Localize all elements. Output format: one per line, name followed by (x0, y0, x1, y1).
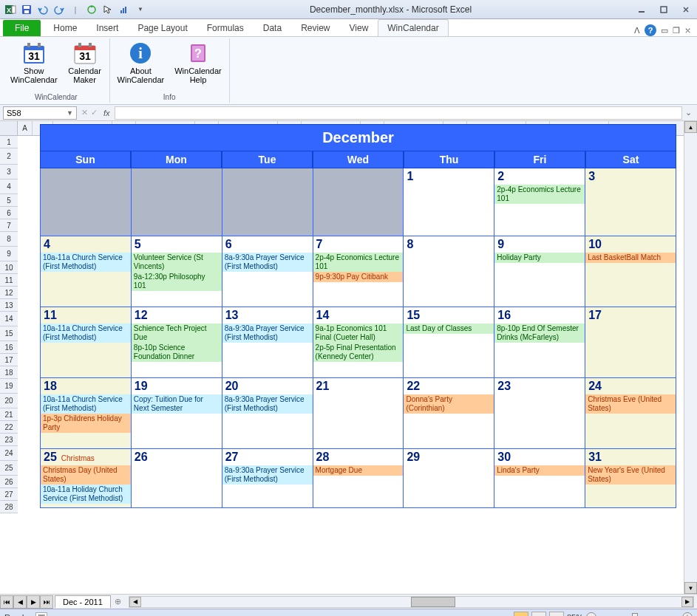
calendar-event[interactable]: Holiday Party (494, 253, 585, 263)
row-header-19[interactable]: 19 (0, 379, 18, 394)
row-header-16[interactable]: 16 (0, 341, 18, 354)
redo-icon[interactable] (52, 2, 67, 17)
col-header-A[interactable]: A (18, 121, 33, 135)
save-icon[interactable] (19, 2, 34, 17)
row-header-7[interactable]: 7 (0, 219, 18, 232)
calendar-event[interactable]: 8a-9:30a Prayer Service (First Methodist… (222, 253, 313, 272)
row-header-22[interactable]: 22 (0, 421, 18, 434)
refresh-icon[interactable] (84, 2, 99, 17)
calendar-day-13[interactable]: 138a-9:30a Prayer Service (First Methodi… (222, 307, 313, 378)
calendar-day-14[interactable]: 149a-1p Economics 101 Final (Cueter Hall… (313, 307, 404, 378)
tab-data[interactable]: Data (254, 19, 291, 36)
maximize-button[interactable] (656, 3, 672, 16)
calendar-event[interactable]: 8p-10p Science Foundation Dinner (132, 343, 222, 362)
calendar-day-30[interactable]: 30Linda's Party (494, 449, 585, 508)
calendar-day-23[interactable]: 23 (494, 378, 585, 449)
tab-wincalendar[interactable]: WinCalendar (378, 19, 448, 36)
row-header-14[interactable]: 14 (0, 312, 18, 326)
scroll-down-icon[interactable]: ▼ (684, 582, 697, 594)
calendar-day-26[interactable]: 26 (132, 449, 222, 508)
excel-icon[interactable]: X (3, 2, 18, 17)
chart-icon[interactable] (117, 2, 132, 17)
row-header-23[interactable]: 23 (0, 434, 18, 446)
calendar-day-4[interactable]: 410a-11a Church Service (First Methodist… (40, 236, 132, 307)
row-header-27[interactable]: 27 (0, 488, 18, 501)
cursor-icon[interactable] (101, 2, 115, 17)
zoom-out-button[interactable]: − (586, 612, 596, 617)
calendar-event[interactable]: 8a-9:30a Prayer Service (First Methodist… (222, 324, 313, 343)
calendar-event[interactable]: 8p-10p End Of Semester Drinks (McFarleys… (494, 324, 585, 343)
grid-main[interactable]: ABCDEFGHIJKLMNO December SunMonTueWedThu… (18, 121, 684, 594)
ribbon-button-calendar-maker[interactable]: 31CalendarMaker (65, 40, 105, 92)
hscroll-thumb[interactable] (411, 597, 455, 607)
zoom-in-button[interactable]: + (682, 612, 693, 617)
sheet-next-icon[interactable]: ▶ (27, 595, 40, 609)
calendar-event[interactable]: Last Day of Classes (404, 324, 494, 334)
row-header-26[interactable]: 26 (0, 476, 18, 488)
tab-formulas[interactable]: Formulas (197, 19, 254, 36)
vertical-scrollbar[interactable]: ▲ ▼ (684, 121, 697, 594)
row-header-2[interactable]: 2 (0, 148, 18, 165)
row-header-15[interactable]: 15 (0, 326, 18, 341)
row-header-17[interactable]: 17 (0, 354, 18, 366)
calendar-event[interactable]: Copy: Tuition Due for Next Semester (132, 394, 222, 414)
sheet-last-icon[interactable]: ⏭ (40, 595, 53, 609)
sheet-prev-icon[interactable]: ◀ (13, 595, 27, 609)
name-box-dropdown-icon[interactable]: ▼ (67, 109, 73, 117)
add-sheet-icon[interactable]: ⊕ (111, 597, 126, 606)
calendar-day-25[interactable]: 25ChristmasChristmas Day (United States)… (40, 449, 132, 508)
calendar-day-22[interactable]: 22Donna's Party (Corinthian) (404, 378, 494, 449)
calendar-day-8[interactable]: 8 (404, 236, 494, 307)
calendar-day-3[interactable]: 3 (585, 168, 676, 236)
accept-formula-icon[interactable]: ✓ (89, 108, 99, 117)
calendar-day-9[interactable]: 9Holiday Party (494, 236, 585, 307)
zoom-thumb[interactable] (632, 613, 638, 617)
calendar-event[interactable]: 10a-11a Church Service (First Methodist) (41, 253, 131, 272)
zoom-level[interactable]: 85% (567, 613, 583, 617)
calendar-event[interactable]: 10a-11a Holiday Church Service (First Me… (41, 485, 131, 504)
calendar-day-27[interactable]: 278a-9:30a Prayer Service (First Methodi… (222, 449, 313, 508)
calendar-event[interactable]: 2p-5p Final Presentation (Kennedy Center… (313, 343, 404, 362)
calendar-blank-cell[interactable] (132, 168, 222, 236)
calendar-event[interactable]: Linda's Party (494, 465, 585, 476)
ribbon-minimize-icon[interactable]: ᐱ (634, 26, 640, 35)
row-header-8[interactable]: 8 (0, 232, 18, 247)
tab-review[interactable]: Review (291, 19, 339, 36)
row-header-20[interactable]: 20 (0, 394, 18, 408)
calendar-event[interactable]: 2p-4p Economics Lecture 101 (313, 253, 404, 272)
cancel-formula-icon[interactable]: ✕ (80, 108, 89, 117)
name-box[interactable]: S58 ▼ (3, 106, 77, 120)
calendar-day-29[interactable]: 29 (404, 449, 494, 508)
sheet-tab[interactable]: Dec - 2011 (55, 595, 111, 608)
row-header-4[interactable]: 4 (0, 179, 18, 194)
scroll-right-icon[interactable]: ▶ (681, 597, 693, 607)
help-icon[interactable]: ? (645, 24, 656, 36)
doc-minimize-icon[interactable]: ▭ (661, 26, 668, 35)
row-header-21[interactable]: 21 (0, 408, 18, 421)
normal-view-button[interactable] (514, 612, 528, 617)
calendar-event[interactable]: Mortgage Due (313, 465, 404, 476)
qat-dropdown-icon[interactable]: ▼ (133, 2, 148, 17)
calendar-event[interactable]: Donna's Party (Corinthian) (404, 394, 494, 414)
calendar-day-24[interactable]: 24Christmas Eve (United States) (585, 378, 676, 449)
ribbon-button-about-wincalendar[interactable]: iAboutWinCalendar (115, 40, 168, 92)
calendar-blank-cell[interactable] (40, 168, 132, 236)
calendar-day-2[interactable]: 22p-4p Economics Lecture 101 (494, 168, 585, 236)
calendar-event[interactable]: Last BasketBall Match (585, 253, 676, 263)
calendar-event[interactable]: 8a-9:30a Prayer Service (First Methodist… (222, 394, 313, 414)
scroll-up-icon[interactable]: ▲ (684, 121, 697, 133)
calendar-event[interactable]: New Year's Eve (United States) (585, 465, 676, 485)
calendar-day-21[interactable]: 21 (313, 378, 404, 449)
doc-close-icon[interactable]: ⤬ (684, 26, 691, 35)
horizontal-scrollbar[interactable]: ◀ ▶ (129, 596, 694, 608)
formula-expand-icon[interactable]: ⌄ (682, 108, 694, 117)
calendar-day-17[interactable]: 17 (585, 307, 676, 378)
page-layout-view-button[interactable] (531, 612, 546, 617)
tab-insert[interactable]: Insert (86, 19, 128, 36)
calendar-blank-cell[interactable] (313, 168, 404, 236)
calendar-event[interactable]: Volunteer Service (St Vincents) (132, 253, 222, 272)
minimize-button[interactable] (633, 3, 650, 16)
calendar-event[interactable]: 10a-11a Church Service (First Methodist) (41, 324, 131, 343)
calendar-event[interactable]: Christmas Day (United States) (41, 465, 131, 485)
fx-button[interactable]: fx (103, 109, 110, 117)
